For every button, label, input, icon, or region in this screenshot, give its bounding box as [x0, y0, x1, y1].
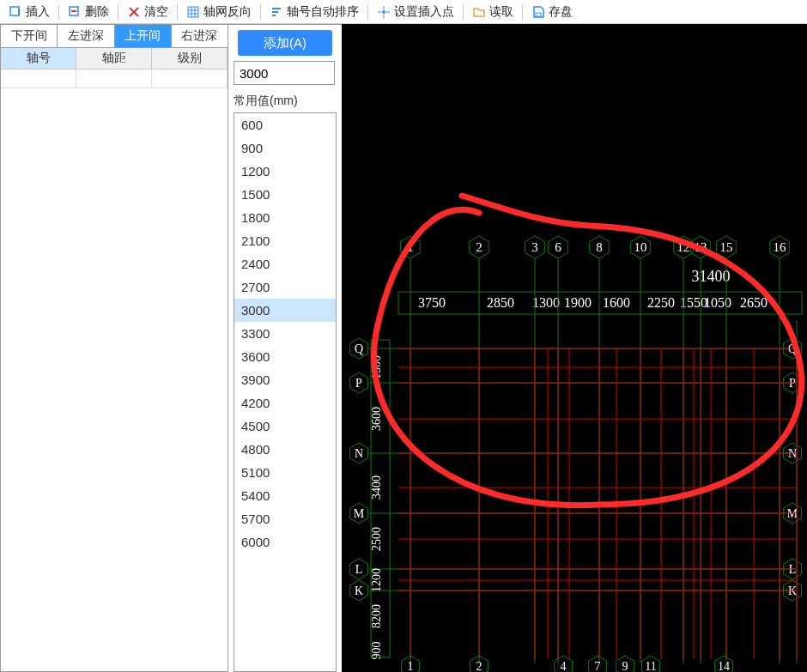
preset-item[interactable]: 600 [234, 113, 336, 136]
grid-cell[interactable] [152, 70, 228, 88]
svg-text:M: M [354, 507, 365, 520]
preset-item[interactable]: 3300 [234, 322, 336, 345]
preset-item[interactable]: 3900 [234, 368, 336, 391]
preset-item[interactable]: 1800 [234, 206, 336, 229]
svg-text:L: L [355, 563, 363, 576]
grid-cell[interactable] [76, 70, 152, 88]
tab-left-depth[interactable]: 左进深 [58, 25, 114, 48]
toolbar-sep [463, 4, 464, 20]
preset-list[interactable]: 6009001200150018002100240027003000330036… [234, 112, 337, 672]
preset-item[interactable]: 3600 [234, 345, 336, 368]
drawing-canvas[interactable]: 1236810121315163140037502850130019001600… [342, 24, 807, 672]
toolbar-clear[interactable]: 清空 [122, 3, 173, 21]
svg-rect-19 [536, 13, 541, 16]
tab-right-depth[interactable]: 右进深 [172, 25, 228, 48]
preset-item[interactable]: 4500 [234, 415, 336, 438]
svg-text:31400: 31400 [692, 268, 731, 285]
toolbar-insert[interactable]: 插入 [3, 3, 55, 21]
preset-item[interactable]: 1200 [234, 160, 336, 183]
preset-item[interactable]: 2100 [234, 229, 336, 252]
toolbar-axis-autosort[interactable]: 轴号自动排序 [264, 3, 364, 21]
toolbar-sep [58, 4, 59, 20]
svg-text:Q: Q [355, 342, 363, 355]
grid-col-level[interactable]: 级别 [152, 48, 228, 70]
open-icon [472, 5, 486, 19]
canvas-svg: 1236810121315163140037502850130019001600… [342, 24, 807, 672]
svg-text:1200: 1200 [370, 568, 383, 592]
svg-text:2500: 2500 [370, 527, 383, 551]
span-tabs: 下开间 左进深 上开间 右进深 [1, 25, 228, 48]
left-pane: 下开间 左进深 上开间 右进深 轴号 轴距 级别 [0, 24, 228, 672]
svg-text:10: 10 [634, 240, 647, 254]
mid-pane: 添加(A) 常用值(mm) 60090012001500180021002400… [228, 24, 342, 672]
toolbar-set-insertpoint-label: 设置插入点 [394, 4, 454, 20]
svg-text:2: 2 [476, 240, 482, 254]
svg-text:3400: 3400 [370, 475, 383, 499]
svg-text:1900: 1900 [564, 295, 592, 310]
grid-reverse-icon [186, 5, 200, 19]
insertpoint-icon [377, 5, 391, 19]
preset-item[interactable]: 2700 [234, 275, 336, 299]
preset-item[interactable]: 5400 [234, 484, 336, 507]
toolbar-insert-label: 插入 [26, 4, 50, 20]
toolbar-grid-reverse[interactable]: 轴网反向 [181, 3, 257, 21]
grid-row[interactable] [1, 70, 228, 88]
toolbar-sep [177, 4, 178, 20]
svg-text:8: 8 [596, 240, 603, 254]
autosort-icon [270, 5, 283, 19]
toolbar-save-label: 存盘 [549, 4, 573, 20]
grid-header: 轴号 轴距 级别 [1, 48, 228, 70]
toolbar: 插入 删除 清空 轴网反向 轴号自动排序 设置插入点 读取 存盘 [0, 0, 807, 24]
preset-item[interactable]: 5100 [234, 461, 336, 484]
grid-col-axisdist[interactable]: 轴距 [76, 48, 152, 70]
preset-item[interactable]: 4800 [234, 438, 336, 461]
toolbar-delete[interactable]: 删除 [63, 3, 114, 21]
svg-text:16: 16 [774, 240, 787, 254]
preset-item[interactable]: 1500 [234, 183, 336, 206]
svg-text:2850: 2850 [487, 295, 514, 310]
grid-body[interactable] [1, 70, 228, 671]
preset-item[interactable]: 3000 [234, 299, 336, 322]
toolbar-read[interactable]: 读取 [467, 3, 519, 21]
svg-text:K: K [355, 584, 363, 597]
grid-col-axisno[interactable]: 轴号 [1, 48, 76, 70]
tab-bottom-bay[interactable]: 下开间 [1, 25, 58, 48]
toolbar-read-label: 读取 [489, 4, 513, 20]
toolbar-sep [118, 4, 118, 20]
delete-icon [68, 5, 82, 19]
svg-text:9: 9 [622, 660, 628, 672]
toolbar-set-insertpoint[interactable]: 设置插入点 [372, 3, 459, 21]
add-button[interactable]: 添加(A) [238, 30, 332, 56]
common-values-label: 常用值(mm) [234, 94, 337, 109]
toolbar-sep [522, 4, 523, 20]
preset-item[interactable]: 2400 [234, 252, 336, 275]
svg-text:1300: 1300 [532, 295, 560, 310]
preset-item[interactable]: 6000 [234, 530, 336, 554]
svg-text:6: 6 [555, 240, 561, 254]
main-area: 下开间 左进深 上开间 右进深 轴号 轴距 级别 添加(A) 常用值(mm) 6… [0, 24, 807, 672]
clear-icon [127, 5, 141, 19]
svg-text:1600: 1600 [603, 295, 630, 310]
svg-rect-6 [188, 7, 198, 17]
toolbar-grid-reverse-label: 轴网反向 [203, 4, 252, 20]
svg-text:1050: 1050 [704, 295, 731, 310]
preset-item[interactable]: 900 [234, 136, 336, 160]
toolbar-sep [367, 4, 368, 20]
svg-text:7: 7 [595, 660, 601, 672]
toolbar-save[interactable]: 存盘 [526, 3, 578, 21]
tab-top-bay[interactable]: 上开间 [115, 25, 172, 48]
grid-cell[interactable] [1, 70, 76, 88]
svg-point-14 [382, 10, 385, 14]
preset-item[interactable]: 4200 [234, 391, 336, 415]
svg-text:3600: 3600 [370, 407, 383, 431]
svg-rect-0 [10, 7, 19, 15]
svg-text:2650: 2650 [740, 295, 768, 310]
svg-text:P: P [355, 377, 362, 390]
preset-item[interactable]: 5700 [234, 507, 336, 530]
svg-text:900: 900 [370, 642, 383, 660]
svg-text:3: 3 [531, 240, 538, 254]
svg-text:3750: 3750 [418, 295, 446, 310]
toolbar-sep [260, 4, 261, 20]
value-input[interactable] [234, 61, 335, 85]
svg-text:11: 11 [645, 660, 656, 672]
